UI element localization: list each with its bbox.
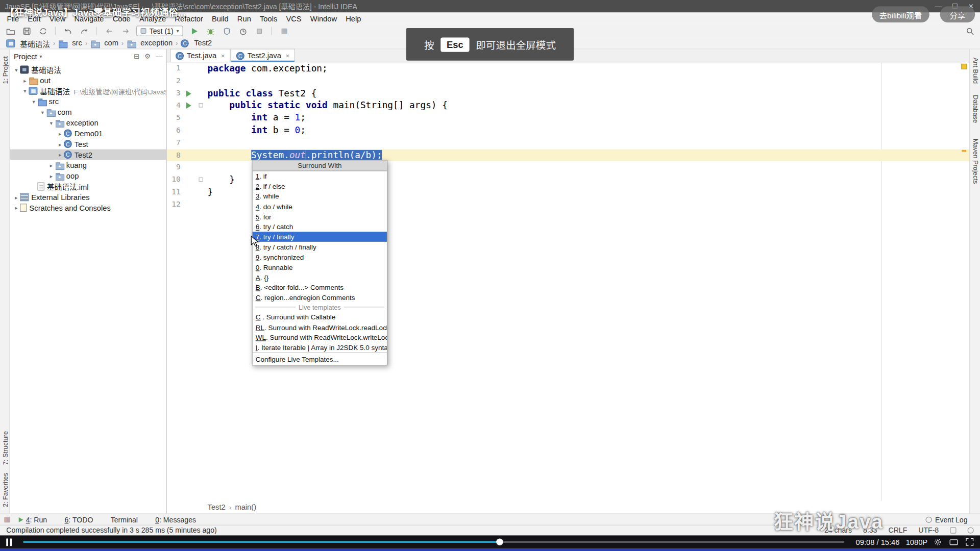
tree-item-kuang[interactable]: ▸kuang — [10, 160, 166, 170]
code-line-1[interactable]: 1package com.exception; — [167, 62, 969, 74]
surround-option-2[interactable]: 2. if / else — [253, 181, 387, 191]
tree-item-src[interactable]: ▾src — [10, 96, 166, 107]
run-gutter-icon[interactable] — [186, 103, 191, 109]
tree-chevron-icon[interactable]: ▸ — [56, 152, 64, 158]
breadcrumb-method[interactable]: main() — [235, 503, 256, 512]
gear-icon[interactable]: ⚙ — [144, 53, 151, 61]
toolwindow-button-4[interactable]: 4: Run — [19, 516, 47, 523]
stripe-tab-Ant Build[interactable]: Ant Build — [972, 58, 979, 84]
coverage-button[interactable] — [222, 26, 232, 36]
tree-chevron-icon[interactable]: ▸ — [56, 130, 64, 136]
stripe-tab-1: Project[interactable]: 1: Project — [1, 56, 9, 84]
close-tab-icon[interactable]: × — [221, 52, 225, 60]
profiler-button[interactable] — [238, 26, 249, 36]
line-ending-widget[interactable]: CRLF — [888, 527, 907, 534]
fold-icon[interactable] — [199, 178, 203, 182]
video-quality-button[interactable]: 1080P — [906, 538, 927, 546]
fullscreen-icon[interactable] — [966, 538, 974, 546]
tree-item-基础语法[interactable]: ▾基础语法 — [10, 64, 166, 75]
tree-chevron-icon[interactable]: ▸ — [56, 141, 64, 147]
watch-on-bilibili-button[interactable]: 去bilibili观看 — [872, 6, 929, 22]
menu-item-build[interactable]: Build — [207, 14, 233, 23]
configure-live-templates[interactable]: Configure Live Templates... — [253, 353, 387, 365]
tree-chevron-icon[interactable]: ▸ — [12, 205, 20, 211]
tree-chevron-icon[interactable]: ▸ — [21, 77, 29, 83]
live-template-I[interactable]: I. Iterate Iterable | Array in J2SDK 5.0… — [253, 342, 387, 353]
forward-icon[interactable] — [120, 26, 131, 36]
toolwindow-button-0[interactable]: 0: Messages — [155, 516, 196, 523]
player-settings-icon[interactable] — [934, 538, 942, 546]
live-template-RL[interactable]: RL. Surround with ReadWriteLock.readLock — [253, 322, 387, 332]
breadcrumb-item[interactable]: Test2 — [181, 39, 212, 47]
breadcrumb-item[interactable]: exception — [127, 39, 173, 47]
surround-option-7[interactable]: 7. try / finally — [253, 232, 387, 242]
live-template-WL[interactable]: WL. Surround with ReadWriteLock.writeLoc… — [253, 332, 387, 342]
tree-chevron-icon[interactable]: ▾ — [47, 119, 55, 126]
menu-item-run[interactable]: Run — [233, 14, 255, 23]
code-line-4[interactable]: 4 public static void main(String[] args)… — [167, 99, 969, 112]
tree-item-out[interactable]: ▸out — [10, 75, 166, 86]
menu-item-help[interactable]: Help — [341, 14, 365, 23]
tree-item-oop[interactable]: ▸oop — [10, 170, 166, 181]
hide-panel-icon[interactable]: — — [156, 53, 162, 61]
toolwindow-button-6[interactable]: 6: TODO — [65, 516, 93, 523]
surround-option-1[interactable]: 1. if — [253, 171, 387, 182]
tree-chevron-icon[interactable]: ▸ — [47, 173, 55, 179]
code-line-5[interactable]: 5 int a = 1; — [167, 112, 969, 124]
editor-tab-Test2.java[interactable]: Test2.java× — [231, 49, 296, 62]
tree-chevron-icon[interactable]: ▾ — [12, 66, 20, 72]
tree-item-com[interactable]: ▾com — [10, 107, 166, 117]
menu-item-vcs[interactable]: VCS — [282, 14, 306, 23]
menu-item-tools[interactable]: Tools — [255, 14, 281, 23]
search-everywhere-icon[interactable] — [964, 26, 975, 36]
widescreen-icon[interactable] — [949, 538, 958, 546]
lock-icon[interactable] — [950, 527, 956, 533]
breadcrumb-item[interactable]: 基础语法 — [6, 38, 50, 48]
pause-button[interactable] — [6, 538, 12, 546]
tree-item-Test2[interactable]: ▸Test2 — [10, 149, 166, 160]
code-line-7[interactable]: 7 — [167, 137, 969, 149]
stop-button[interactable] — [254, 26, 265, 36]
stripe-tab-Database[interactable]: Database — [972, 95, 979, 123]
tree-chevron-icon[interactable]: ▾ — [30, 98, 38, 105]
run-configuration-select[interactable]: Test (1) ▾ — [136, 26, 183, 36]
tree-item-exception[interactable]: ▾exception — [10, 117, 166, 128]
menu-item-window[interactable]: Window — [306, 14, 341, 23]
toolwindow-switcher-icon[interactable]: ▦ — [4, 515, 10, 523]
project-panel-title[interactable]: Project — [14, 52, 37, 61]
tree-item-基础语法[interactable]: ▾基础语法F:\班级管理\网课班\代码\JavaSE\基 — [10, 86, 166, 96]
surround-option-0[interactable]: 0. Runnable — [253, 262, 387, 272]
live-template-C[interactable]: C . Surround with Callable — [253, 312, 387, 322]
tree-chevron-icon[interactable]: ▸ — [47, 162, 55, 168]
toolwindow-button-Terminal[interactable]: Terminal — [111, 516, 138, 523]
minimize-button[interactable]: — — [935, 3, 942, 10]
encoding-widget[interactable]: UTF-8 — [918, 527, 939, 534]
stripe-tab-7: Structure[interactable]: 7: Structure — [1, 431, 9, 465]
hector-icon[interactable] — [968, 527, 974, 533]
surround-option-4[interactable]: 4. do / while — [253, 202, 387, 212]
tree-chevron-icon[interactable]: ▸ — [12, 194, 20, 200]
stripe-tab-Maven Projects[interactable]: Maven Projects — [972, 139, 979, 184]
tree-item-Test[interactable]: ▸Test — [10, 139, 166, 149]
save-icon[interactable] — [21, 26, 32, 36]
video-progress-knob[interactable] — [497, 539, 503, 545]
surround-option-8[interactable]: 8. try / catch / finally — [253, 242, 387, 252]
tree-item-Scratches and Consoles[interactable]: ▸Scratches and Consoles — [10, 203, 166, 213]
code-line-2[interactable]: 2 — [167, 75, 969, 87]
surround-option-C[interactable]: C. region...endregion Comments — [253, 292, 387, 303]
breadcrumb-item[interactable]: com — [90, 39, 118, 47]
video-progress-bar[interactable] — [23, 541, 844, 543]
event-log-button[interactable]: Event Log — [926, 516, 968, 523]
tree-item-External Libraries[interactable]: ▸External Libraries — [10, 192, 166, 203]
share-button[interactable]: 分享 — [940, 6, 975, 22]
grid-icon[interactable]: ▦ — [279, 26, 290, 36]
surround-option-9[interactable]: 9. synchronized — [253, 252, 387, 262]
code-line-3[interactable]: 3public class Test2 { — [167, 87, 969, 99]
back-icon[interactable] — [104, 26, 114, 36]
stripe-tab-2: Favorites[interactable]: 2: Favorites — [1, 473, 9, 507]
surround-option-B[interactable]: B. <editor-fold...> Comments — [253, 283, 387, 293]
surround-option-A[interactable]: A. {} — [253, 272, 387, 283]
run-button[interactable] — [189, 26, 200, 36]
open-icon[interactable] — [5, 26, 16, 36]
collapse-all-icon[interactable]: ⊟ — [134, 53, 139, 61]
